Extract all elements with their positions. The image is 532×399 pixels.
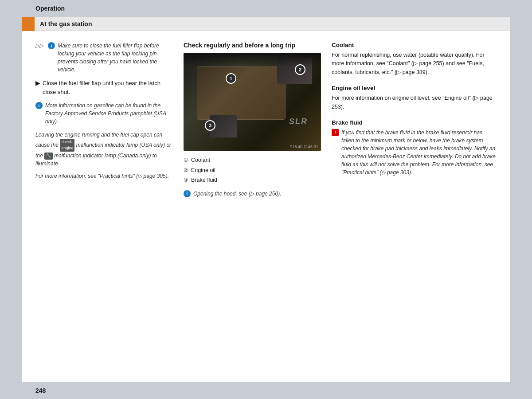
brake-fluid-warning: ! If you find that the brake fluid in th… [332,129,497,176]
close-flap-text: Close the fuel filler flap until you hea… [43,79,173,96]
legend-label-2: Engine oil [191,165,215,176]
orange-accent [22,17,35,31]
engine-image-inner: SLR 1 2 3 P18.40-2146-31 [184,53,321,151]
callout-3: 3 [205,120,215,131]
callout-2: 2 [295,64,305,75]
check-engine-badge: checkengine [60,139,74,152]
opening-hood-text: Opening the hood, see (▷ page 250). [193,190,281,198]
page-number: 248 [35,387,46,394]
footer-bar: 248 [22,382,510,399]
legend-list: ① Coolant ② Engine oil ③ Brake fluid [184,155,321,185]
engine-oil-text: For more information on engine oil level… [332,94,497,111]
header-bar: Operation [22,0,510,17]
brake-fluid-warning-text: If you find that the brake fluid in the … [341,129,497,176]
fuel-flap-note: ▷▷ i Make sure to close the fuel filler … [35,42,173,74]
engine-running-note: Leaving the engine running and the fuel … [35,131,173,168]
info-icon-3: i [184,190,191,197]
engine-image: SLR 1 2 3 P18.40-2146-31 [184,53,321,151]
forward-arrow-icon: ▷▷ [35,42,43,74]
legend-label-1: Coolant [191,155,210,165]
legend-num-2: ② [184,166,188,176]
brake-fluid-section: Brake fluid ! If you find that the brake… [332,119,497,176]
coolant-section: Coolant For normal replenishing, use wat… [332,42,497,77]
coolant-text: For normal replenishing, use water (pota… [332,51,497,77]
legend-item-1: ① Coolant [184,155,321,165]
content-area: ▷▷ i Make sure to close the fuel filler … [22,31,510,207]
practical-hints-ref: For more information, see "Practical hin… [35,172,173,180]
page-wrapper: Operation At the gas station ▷▷ i Make s… [22,0,510,399]
legend-num-3: ③ [184,176,188,185]
legend-item-2: ② Engine oil [184,165,321,176]
bullet-arrow-icon: ▶ [35,79,40,96]
engine-oil-section: Engine oil level For more information on… [332,85,497,111]
engine-oil-title: Engine oil level [332,85,497,91]
header-title: Operation [35,5,65,12]
engine-running-text3: malfunction indicator lamp (Canada only)… [35,153,157,167]
engine-cover-part [197,66,286,120]
callout-1: 1 [226,73,236,84]
gasoline-note-text: More information on gasoline can be foun… [45,102,173,125]
section-title: At the gas station [40,20,92,27]
brake-fluid-title: Brake fluid [332,119,497,126]
check-regularly-heading: Check regularly and before a long trip [184,42,321,49]
warning-icon: ! [332,129,339,136]
left-column: ▷▷ i Make sure to close the fuel filler … [35,42,173,198]
legend-label-3: Brake fluid [191,175,217,185]
wrench-badge: 🔧 [44,153,53,160]
section-bar: At the gas station [22,17,510,31]
legend-num-1: ① [184,156,188,165]
slr-label: SLR [289,117,308,126]
fuel-flap-note-text: Make sure to close the fuel filler flap … [58,42,173,74]
image-reference: P18.40-2146-31 [289,145,318,149]
middle-column: Check regularly and before a long trip S… [184,42,321,198]
gasoline-note: i More information on gasoline can be fo… [35,102,173,125]
close-flap-step: ▶ Close the fuel filler flap until you h… [35,79,173,96]
opening-hood-note: i Opening the hood, see (▷ page 250). [184,190,321,198]
info-icon-2: i [35,102,43,109]
coolant-title: Coolant [332,42,497,48]
right-column: Coolant For normal replenishing, use wat… [332,42,497,198]
info-icon-1: i [48,42,55,49]
legend-item-3: ③ Brake fluid [184,175,321,185]
practical-hints-text: For more information, see "Practical hin… [35,173,169,179]
